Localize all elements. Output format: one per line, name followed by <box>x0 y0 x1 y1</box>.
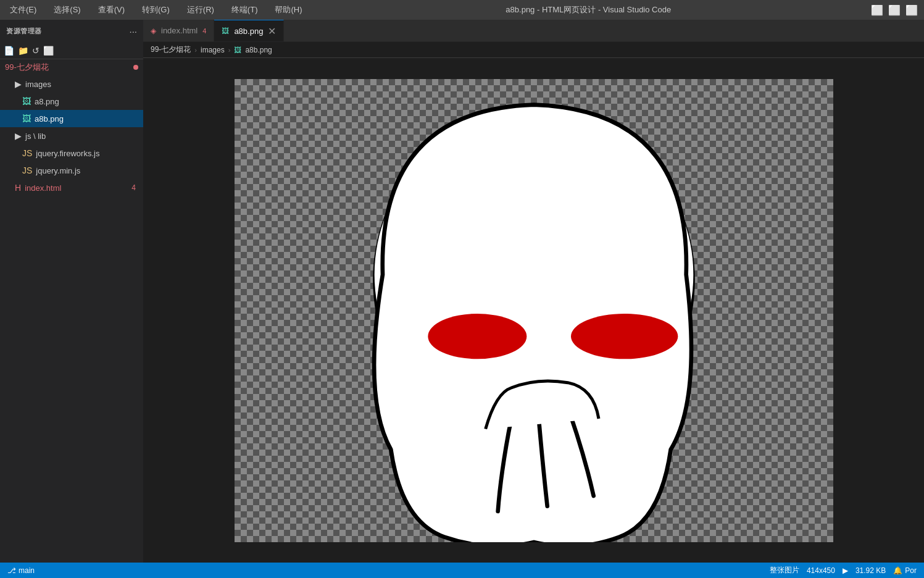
sidebar-project-name: 99-七夕烟花 <box>0 59 143 75</box>
breadcrumb: 99-七夕烟花 › images › 🖼 a8b.png <box>143 42 924 58</box>
svg-point-4 <box>428 314 527 359</box>
play-icon: ▶ <box>843 566 848 575</box>
indexhtml-badge: 4 <box>131 183 136 192</box>
image-viewer <box>143 58 924 563</box>
statusbar-branch[interactable]: ⎇ main <box>7 566 35 575</box>
breadcrumb-part-2[interactable]: a8b.png <box>245 46 272 54</box>
new-folder-icon[interactable]: 📁 <box>18 46 28 56</box>
breadcrumb-icon: 🖼 <box>234 46 241 54</box>
sidebar-item-jqueryfireworks[interactable]: JS jquery.fireworks.js <box>0 144 143 162</box>
folder-jslib-icon: ▶ <box>15 131 22 141</box>
menu-goto[interactable]: 转到(G) <box>138 3 173 17</box>
sidebar-item-indexhtml[interactable]: H index.html 4 <box>0 179 143 196</box>
titlebar-menu: 文件(E) 选择(S) 查看(V) 转到(G) 运行(R) 终端(T) 帮助(H… <box>6 3 306 17</box>
statusbar-dimensions[interactable]: 414x450 <box>807 566 835 575</box>
sidebar-header-icons: ··· <box>129 26 137 36</box>
tab-indexhtml-label: index.html <box>161 26 198 35</box>
status-bar: ⎇ main 整张图片 414x450 ▶ 31.92 KB 🔔 Por <box>0 563 924 578</box>
menu-view[interactable]: 查看(V) <box>94 3 128 17</box>
content-area: ◈ index.html 4 🖼 a8b.png ✕ 99-七夕烟花 › ima… <box>143 20 924 563</box>
layout-icon-3[interactable]: ⬜ <box>905 4 918 16</box>
sidebar-item-jquerymin[interactable]: JS jquery.min.js <box>0 162 143 179</box>
statusbar-port[interactable]: 🔔 Por <box>893 566 917 575</box>
status-bar-left: ⎇ main <box>7 566 35 575</box>
sidebar-header-title: 资源管理器 <box>6 27 42 36</box>
sidebar-item-a8png[interactable]: 🖼 a8.png <box>0 93 143 110</box>
tab-indexhtml-badge: 4 <box>202 27 206 35</box>
fit-label: 整张图片 <box>770 565 799 576</box>
main-layout: 资源管理器 ··· 📄 📁 ↺ ⬜ 99-七夕烟花 ▶ images 🖼 a <box>0 20 924 563</box>
jslib-label: js \ lib <box>25 132 46 141</box>
statusbar-play[interactable]: ▶ <box>843 566 848 575</box>
dimensions-label: 414x450 <box>807 566 835 575</box>
refresh-icon[interactable]: ↺ <box>32 46 40 56</box>
cartoon-image <box>235 79 833 542</box>
new-file-icon[interactable]: 📄 <box>4 46 14 56</box>
sidebar: 资源管理器 ··· 📄 📁 ↺ ⬜ 99-七夕烟花 ▶ images 🖼 a <box>0 20 143 563</box>
titlebar: 文件(E) 选择(S) 查看(V) 转到(G) 运行(R) 终端(T) 帮助(H… <box>0 0 924 20</box>
jquerymin-label: jquery.min.js <box>36 166 80 175</box>
folder-images-label: images <box>25 80 51 89</box>
branch-icon: ⎇ <box>7 566 16 575</box>
sidebar-items: ▶ images 🖼 a8.png 🖼 a8b.png ▶ js \ lib J… <box>0 75 143 563</box>
tab-close-icon[interactable]: ✕ <box>268 25 276 37</box>
port-label: Por <box>905 566 917 575</box>
tab-indexhtml[interactable]: ◈ index.html 4 <box>143 20 214 41</box>
menu-file[interactable]: 文件(E) <box>6 3 40 17</box>
tab-a8bpng-label: a8b.png <box>234 27 263 36</box>
image-icon: 🖼 <box>22 96 31 106</box>
layout-icon-1[interactable]: ⬜ <box>871 4 883 16</box>
statusbar-fit[interactable]: 整张图片 <box>770 565 799 576</box>
indexhtml-label: index.html <box>25 183 61 193</box>
branch-label: main <box>19 566 35 575</box>
layout-icon-2[interactable]: ⬜ <box>888 4 901 16</box>
image-icon-selected: 🖼 <box>22 114 31 124</box>
port-icon: 🔔 <box>893 566 902 575</box>
breadcrumb-part-0[interactable]: 99-七夕烟花 <box>151 44 191 55</box>
more-options-icon[interactable]: ··· <box>129 26 137 36</box>
tab-bar: ◈ index.html 4 🖼 a8b.png ✕ <box>143 20 924 42</box>
jqueryfireworks-label: jquery.fireworks.js <box>36 149 99 158</box>
js-file-icon: JS <box>22 148 32 158</box>
breadcrumb-sep-0: › <box>194 46 197 54</box>
folder-icon: ▶ <box>15 79 22 89</box>
window-title: a8b.png - HTML网页设计 - Visual Studio Code <box>318 4 859 15</box>
sidebar-toolbar: 📄 📁 ↺ ⬜ <box>0 42 143 59</box>
window-controls: ⬜ ⬜ ⬜ <box>871 4 918 16</box>
sidebar-item-a8bpng[interactable]: 🖼 a8b.png <box>0 110 143 127</box>
menu-select[interactable]: 选择(S) <box>50 3 84 17</box>
sidebar-header: 资源管理器 ··· <box>0 20 143 42</box>
menu-terminal[interactable]: 终端(T) <box>228 3 262 17</box>
breadcrumb-part-1[interactable]: images <box>201 46 225 54</box>
sidebar-item-images[interactable]: ▶ images <box>0 75 143 93</box>
html-tab-icon: ◈ <box>151 27 156 35</box>
a8bpng-label: a8b.png <box>35 114 64 124</box>
menu-run[interactable]: 运行(R) <box>183 3 218 17</box>
breadcrumb-sep-1: › <box>228 46 231 54</box>
menu-help[interactable]: 帮助(H) <box>271 3 306 17</box>
js-min-file-icon: JS <box>22 165 32 175</box>
modified-dot <box>133 65 138 70</box>
filesize-label: 31.92 KB <box>855 566 886 575</box>
sidebar-item-jslib[interactable]: ▶ js \ lib <box>0 127 143 144</box>
a8png-label: a8.png <box>35 97 59 106</box>
project-label[interactable]: 99-七夕烟花 <box>5 62 49 73</box>
image-container <box>235 79 833 542</box>
html-file-icon: H <box>15 183 21 193</box>
png-tab-icon: 🖼 <box>222 27 229 35</box>
collapse-icon[interactable]: ⬜ <box>43 46 54 56</box>
tab-a8bpng[interactable]: 🖼 a8b.png ✕ <box>214 20 284 41</box>
statusbar-filesize[interactable]: 31.92 KB <box>855 566 886 575</box>
status-bar-right: 整张图片 414x450 ▶ 31.92 KB 🔔 Por <box>770 565 917 576</box>
svg-point-5 <box>571 314 678 359</box>
